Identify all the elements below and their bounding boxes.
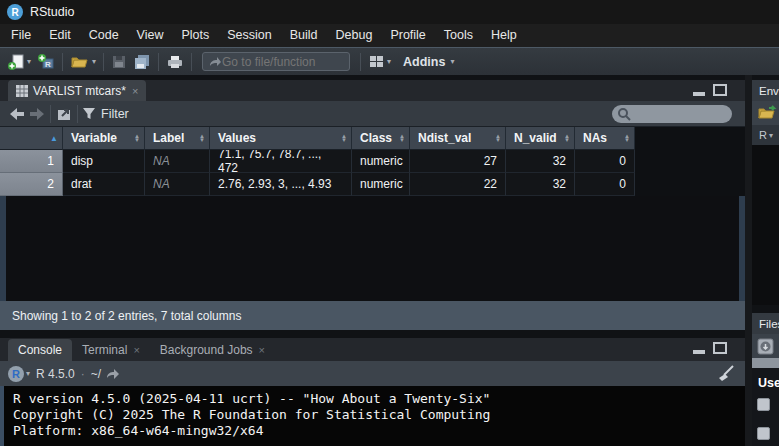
- filter-button-label[interactable]: Filter: [101, 107, 129, 121]
- n-valid-cell: 32: [506, 150, 575, 173]
- header-variable[interactable]: Variable▲▼: [63, 127, 145, 150]
- separator-dot: ·: [81, 367, 85, 381]
- header-label: NAs: [583, 131, 607, 145]
- popout-window-icon[interactable]: [55, 106, 73, 121]
- header-label: N_valid: [514, 131, 557, 145]
- header-n-valid[interactable]: N_valid▲▼: [506, 127, 575, 150]
- working-directory-label[interactable]: ~/: [91, 367, 101, 381]
- tab-files[interactable]: Files: [752, 313, 779, 334]
- new-project-button[interactable]: R: [34, 51, 58, 73]
- tab-close-icon[interactable]: ×: [259, 344, 265, 356]
- console-output[interactable]: R version 4.5.0 (2025-04-11 ucrt) -- "Ho…: [0, 386, 745, 446]
- menu-build[interactable]: Build: [281, 24, 327, 47]
- menu-tools[interactable]: Tools: [435, 24, 482, 47]
- row-number-cell: 1: [0, 150, 63, 173]
- menu-file[interactable]: File: [2, 24, 40, 47]
- tab-label: Terminal: [82, 343, 127, 357]
- header-class[interactable]: Class▲▼: [352, 127, 410, 150]
- back-arrow-icon[interactable]: [8, 107, 26, 121]
- minimize-pane-icon[interactable]: [693, 92, 705, 96]
- header-label-col[interactable]: Label▲▼: [145, 127, 210, 150]
- console-toolbar: R ▾ R 4.5.0 · ~/: [0, 361, 745, 386]
- menu-debug[interactable]: Debug: [327, 24, 382, 47]
- tab-environment[interactable]: Envi: [752, 80, 779, 101]
- files-path-bar: [752, 358, 779, 368]
- search-icon: [617, 107, 631, 121]
- goto-file-function-input[interactable]: [222, 55, 332, 69]
- scope-label: R: [759, 129, 767, 141]
- open-file-caret-icon: ▾: [92, 57, 96, 66]
- save-all-icon: [133, 53, 151, 70]
- svg-text:R: R: [45, 60, 51, 69]
- addins-button[interactable]: Addins ▾: [394, 51, 457, 73]
- menu-help[interactable]: Help: [482, 24, 526, 47]
- menu-edit[interactable]: Edit: [40, 24, 80, 47]
- tab-close-icon[interactable]: ×: [133, 344, 139, 356]
- scope-caret-icon: ▾: [769, 131, 773, 140]
- sort-icons: ▲▼: [560, 134, 570, 142]
- r-version-logo-icon[interactable]: R: [8, 366, 24, 382]
- print-button[interactable]: [163, 51, 187, 73]
- save-button[interactable]: [108, 51, 130, 73]
- header-values[interactable]: Values▲▼: [210, 127, 352, 150]
- rstudio-logo-icon: R: [7, 4, 23, 20]
- panes-caret-icon: ▾: [387, 57, 391, 66]
- minimize-pane-icon[interactable]: [693, 350, 705, 354]
- tab-varlist-mtcars[interactable]: VARLIST mtcars* ×: [8, 80, 146, 101]
- addins-caret-icon: ▾: [450, 57, 454, 66]
- tab-background-jobs[interactable]: Background Jobs×: [150, 339, 275, 361]
- header-label: Class: [360, 131, 392, 145]
- maximize-pane-icon[interactable]: [713, 84, 727, 96]
- table-row[interactable]: 1 disp NA 71.1, 75.7, 78.7, ..., 472 num…: [0, 150, 635, 173]
- clear-console-icon[interactable]: [717, 365, 735, 382]
- forward-arrow-icon[interactable]: [28, 107, 46, 121]
- maximize-pane-icon[interactable]: [713, 342, 727, 354]
- tab-terminal[interactable]: Terminal×: [72, 339, 150, 361]
- save-icon: [111, 54, 127, 70]
- header-nas[interactable]: NAs▲▼: [575, 127, 635, 150]
- nas-cell: 0: [575, 173, 635, 196]
- open-file-button[interactable]: ▾: [67, 51, 99, 73]
- tab-close-icon[interactable]: ×: [132, 85, 138, 97]
- label-cell: NA: [145, 150, 210, 173]
- load-workspace-folder-icon[interactable]: [757, 105, 777, 121]
- files-toolbar: [752, 334, 779, 358]
- file-checkbox[interactable]: [757, 427, 770, 440]
- source-window-buttons: [693, 84, 727, 96]
- file-checkbox[interactable]: [757, 398, 770, 411]
- menu-plots[interactable]: Plots: [172, 24, 218, 47]
- menu-view[interactable]: View: [128, 24, 173, 47]
- header-ndist-val[interactable]: Ndist_val▲▼: [410, 127, 506, 150]
- menu-session[interactable]: Session: [218, 24, 280, 47]
- console-pane: Console Terminal× Background Jobs× R ▾ R…: [0, 338, 745, 446]
- toolbar-separator: [62, 53, 63, 71]
- goto-file-function-box[interactable]: [202, 52, 350, 71]
- new-file-icon: [7, 53, 25, 71]
- menu-profile[interactable]: Profile: [381, 24, 434, 47]
- sort-icons: ▲▼: [195, 134, 205, 142]
- console-tabstrip: Console Terminal× Background Jobs×: [0, 338, 745, 361]
- values-cell: 2.76, 2.93, 3, ..., 4.93: [210, 173, 352, 196]
- toolbar-separator: [191, 53, 192, 71]
- table-row[interactable]: 2 drat NA 2.76, 2.93, 3, ..., 4.93 numer…: [0, 173, 635, 196]
- r-version-caret-icon[interactable]: ▾: [26, 369, 30, 378]
- window-title: RStudio: [30, 5, 74, 19]
- tab-console[interactable]: Console: [8, 339, 72, 361]
- environment-scope-selector[interactable]: R ▾: [752, 125, 779, 145]
- toolbar-separator: [50, 105, 51, 123]
- variable-cell: drat: [63, 173, 145, 196]
- filter-funnel-icon[interactable]: [82, 107, 96, 120]
- tab-label: Console: [18, 343, 62, 357]
- panes-layout-button[interactable]: ▾: [365, 51, 394, 73]
- header-label: Ndist_val: [418, 131, 471, 145]
- goto-directory-icon[interactable]: [105, 368, 121, 380]
- menu-code[interactable]: Code: [80, 24, 128, 47]
- new-file-button[interactable]: ▾: [4, 51, 34, 73]
- header-rownum[interactable]: ▲: [0, 127, 63, 150]
- vertical-splitter[interactable]: [745, 75, 752, 446]
- print-icon: [166, 54, 184, 70]
- toolbar-separator: [360, 53, 361, 71]
- save-all-button[interactable]: [130, 51, 154, 73]
- new-blank-file-icon[interactable]: [757, 338, 775, 355]
- viewer-search-box[interactable]: [612, 105, 732, 123]
